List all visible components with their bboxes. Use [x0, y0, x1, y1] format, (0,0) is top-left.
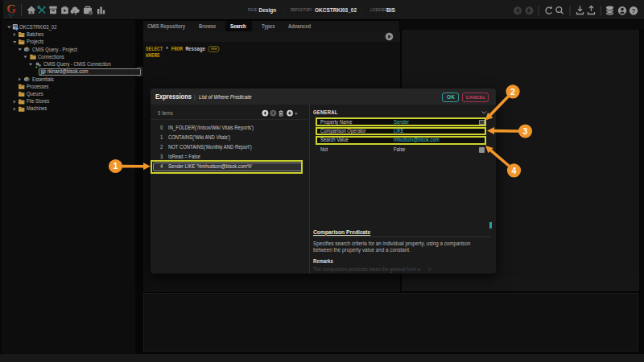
svg-text:4: 4: [512, 166, 517, 175]
svg-text:2: 2: [510, 87, 515, 97]
svg-text:3: 3: [523, 126, 528, 136]
svg-text:1: 1: [114, 161, 118, 171]
